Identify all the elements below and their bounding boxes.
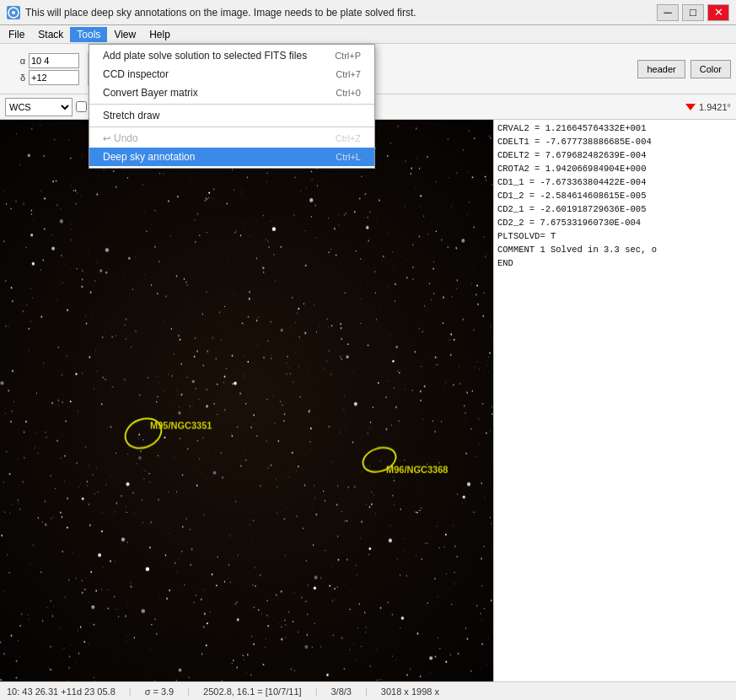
arrow-down-icon [685,104,696,110]
fits-header-content: CRVAL2 = 1.216645764332E+001CDELT1 = -7.… [494,120,736,681]
dropdown-sep-1 [89,104,374,105]
coordinate-fields: α δ [5,53,79,85]
alpha-label: α [5,56,25,66]
dropdown-deep-sky-annotation[interactable]: Deep sky annotation Ctrl+L [89,148,374,166]
angle-area: 1.9421° [685,102,731,112]
svg-point-1 [12,11,15,14]
dropdown-ccd-inspector[interactable]: CCD inspector Ctrl+7 [89,65,374,83]
maximize-button[interactable]: □ [682,4,704,21]
status-bar: 10: 43 26.31 +11d 23 05.8 | σ = 3.9 | 25… [0,681,736,700]
status-position: 2502.8, 16.1 = [10/7/11] [203,687,302,697]
angle-value: 1.9421° [699,102,731,112]
menu-file[interactable]: File [2,27,31,42]
image-panel[interactable] [0,120,493,681]
star-field-canvas [0,120,493,681]
window-controls: ─ □ ✕ [657,4,729,21]
tools-dropdown-menu: Add plate solve solution to selected FIT… [89,44,375,169]
dropdown-stretch-draw[interactable]: Stretch draw [89,106,374,125]
title-bar: This will place deep sky annotations on … [0,0,736,25]
main-area: CRVAL2 = 1.216645764332E+001CDELT1 = -7.… [0,120,736,681]
dropdown-sep-2 [89,127,374,127]
menu-help[interactable]: Help [142,27,177,42]
dropdown-undo[interactable]: ↩Undo Ctrl+Z [89,129,374,148]
header-button[interactable]: header [637,60,685,78]
alpha-input[interactable] [29,53,79,68]
color-button[interactable]: Color [690,60,731,78]
inverse-mouse-wheel-checkbox[interactable] [76,101,87,112]
status-resolution: 3018 x 1998 x [381,687,439,697]
menu-bar: File Stack Tools View Help [0,25,736,44]
fits-header-panel: CRVAL2 = 1.216645764332E+001CDELT1 = -7.… [493,120,736,681]
status-coords: 10: 43 26.31 +11d 23 05.8 [7,687,116,697]
app-icon [7,6,20,19]
delta-input[interactable] [29,70,79,85]
window-title: This will place deep sky annotations on … [25,7,657,19]
close-button[interactable]: ✕ [707,4,729,21]
status-page: 3/8/3 [330,687,351,697]
dropdown-convert-bayer[interactable]: Convert Bayer matrix Ctrl+0 [89,83,374,102]
menu-tools[interactable]: Tools [70,27,107,42]
menu-view[interactable]: View [107,27,142,42]
delta-label: δ [5,73,25,83]
wcs-select[interactable]: WCS RA/Dec Alt/Az [5,98,73,116]
minimize-button[interactable]: ─ [657,4,679,21]
dropdown-add-plate-solve[interactable]: Add plate solve solution to selected FIT… [89,46,374,65]
status-sigma: σ = 3.9 [145,687,175,697]
toolbar-right: header Color [637,60,731,78]
menu-stack[interactable]: Stack [31,27,70,42]
